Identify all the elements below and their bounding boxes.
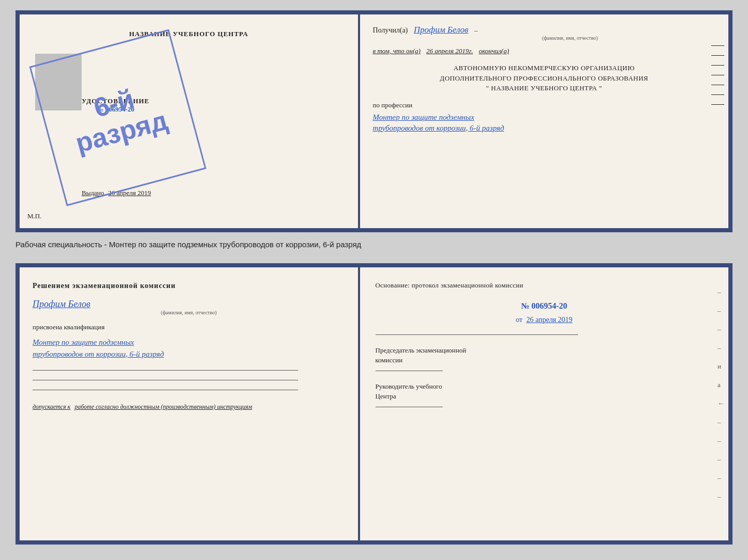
osnovanie: Основание: протокол экзаменационной коми… — [376, 280, 713, 291]
right-dashes-top — [711, 45, 724, 105]
protocol-number: № 006954-20 — [376, 301, 713, 311]
proto-number: 006954-20 — [532, 301, 567, 310]
dash-4 — [711, 75, 724, 75]
certificate-bottom: Решением экзаменационной комиссии Профим… — [15, 263, 733, 545]
dash-7 — [711, 104, 724, 105]
cert-top-right: Получил(а) Профим Белов – (фамилия, имя,… — [360, 14, 728, 228]
udostoverenie-block: УДОСТОВЕРЕНИЕ № 006954-20 — [82, 97, 149, 114]
rukovoditel-line1: Руководитель учебного — [376, 381, 713, 392]
r-dash-5: – — [718, 418, 724, 426]
number-prefix: № — [97, 105, 103, 113]
cert-top-left: НАЗВАНИЕ УЧЕБНОГО ЦЕНТРА УДОСТОВЕРЕНИЕ №… — [20, 14, 360, 228]
kvalifikaciya-text: Монтер по защите подземных трубопроводов… — [33, 337, 345, 360]
cert-top-title: НАЗВАНИЕ УЧЕБНОГО ЦЕНТРА — [129, 30, 248, 38]
right-dashes-bottom: – – – – и а ← – – – – – — [718, 288, 724, 501]
r-dash-7: – — [718, 455, 724, 463]
predsedatel: Председатель экзаменационной комиссии — [376, 345, 713, 365]
r-dash-3: – — [718, 325, 724, 333]
blank-line-1 — [33, 370, 298, 371]
ot-date-val: 26 апреля 2019 — [526, 316, 572, 324]
rukovoditel: Руководитель учебного Центра — [376, 381, 713, 402]
dash-2 — [711, 55, 724, 56]
cert-bottom-right: Основание: протокол экзаменационной коми… — [360, 267, 728, 540]
r-dash-6: – — [718, 437, 724, 445]
poluchil-name: Профим Белов — [414, 25, 469, 35]
vydano-date: 26 апреля 2019 — [108, 189, 151, 197]
predsedatel-line1: Председатель экзаменационной — [376, 345, 713, 356]
dash-6 — [711, 94, 724, 95]
vtom-label: в том, что он(а) — [373, 47, 421, 55]
proto-prefix: № — [521, 301, 529, 310]
predsedatel-signature-line — [376, 371, 443, 371]
blank-line-3 — [33, 390, 298, 390]
udostoverenie-title: УДОСТОВЕРЕНИЕ — [82, 97, 149, 105]
professiya-line2: трубопроводов от коррозии, 6-й разряд — [373, 123, 715, 134]
poluchil-row: Получил(а) Профим Белов – (фамилия, имя,… — [373, 25, 715, 41]
dopuskaetsya-prefix: допускается к — [33, 403, 70, 410]
professiya-line1: Монтер по защите подземных — [373, 112, 715, 123]
ot-date: от 26 апреля 2019 — [376, 316, 713, 324]
org-line2: ДОПОЛНИТЕЛЬНОГО ПРОФЕССИОНАЛЬНОГО ОБРАЗО… — [373, 73, 715, 84]
vydano-label: Выдано — [82, 189, 104, 197]
r-dash-4: – — [718, 344, 724, 352]
familiya-label-top: (фамилия, имя, отчество) — [425, 35, 715, 41]
dopuskaetsya: допускается к работе согласно должностны… — [33, 403, 345, 411]
prisvoena-label: присвоена квалификация — [33, 323, 345, 331]
ot-prefix: от — [516, 316, 522, 324]
po-professii: по профессии — [373, 101, 715, 109]
r-dash-9: – — [718, 492, 724, 501]
professiya-text: Монтер по защите подземных трубопроводов… — [373, 112, 715, 134]
page-background: НАЗВАНИЕ УЧЕБНОГО ЦЕНТРА УДОСТОВЕРЕНИЕ №… — [0, 0, 748, 560]
kval-line2: трубопроводов от коррозии, 6-й разряд — [33, 348, 345, 360]
vtom-date: 26 апреля 2019г. — [426, 47, 473, 55]
r-dash-1: – — [718, 288, 724, 296]
rukovoditel-line2: Центра — [376, 391, 713, 402]
dash-3 — [711, 65, 724, 66]
dash-1 — [711, 45, 724, 46]
r-char-i: и — [718, 362, 724, 371]
dash-poluchil: – — [474, 26, 478, 34]
dopuskaetsya-text: работе согласно должностным (производств… — [74, 403, 252, 410]
reshenie-title: Решением экзаменационной комиссии — [33, 280, 345, 291]
r-char-arrow: ← — [718, 399, 724, 408]
photo-placeholder — [35, 54, 82, 110]
cert-number: 006954-20 — [105, 105, 134, 113]
description-text: Рабочая специальность - Монтер по защите… — [15, 240, 361, 249]
predsedatel-line2: комиссии — [376, 355, 713, 365]
vtom-row: в том, что он(а) 26 апреля 2019г. окончи… — [373, 47, 715, 55]
cert-bottom-left: Решением экзаменационной комиссии Профим… — [20, 267, 360, 540]
kval-line1: Монтер по защите подземных — [33, 337, 345, 348]
blank-lines — [33, 370, 345, 390]
mp-label: М.П. — [27, 212, 41, 220]
dash-5 — [711, 85, 724, 85]
org-block: АВТОНОМНУЮ НЕКОММЕРЧЕСКУЮ ОРГАНИЗАЦИЮ ДО… — [373, 63, 715, 93]
r-char-a: а — [718, 381, 724, 389]
certificate-top: НАЗВАНИЕ УЧЕБНОГО ЦЕНТРА УДОСТОВЕРЕНИЕ №… — [15, 10, 733, 232]
rukovoditel-signature-line — [376, 407, 443, 407]
person-name-bottom: Профим Белов — [33, 299, 345, 310]
r-dash-2: – — [718, 307, 724, 315]
vydano-block: Выдано 26 апреля 2019 — [82, 189, 151, 197]
r-dash-8: – — [718, 474, 724, 482]
blank-line-2 — [33, 380, 298, 380]
org-name: " НАЗВАНИЕ УЧЕБНОГО ЦЕНТРА " — [373, 83, 715, 93]
okonchil-label: окончил(а) — [479, 47, 509, 55]
poluchil-label: Получил(а) — [373, 26, 408, 34]
udostoverenie-number: № 006954-20 — [82, 105, 149, 114]
org-line1: АВТОНОМНУЮ НЕКОММЕРЧЕСКУЮ ОРГАНИЗАЦИЮ — [373, 63, 715, 73]
familiya-sub-bottom: (фамилия, имя, отчество) — [33, 310, 345, 315]
separator-line-bottom — [376, 334, 578, 335]
